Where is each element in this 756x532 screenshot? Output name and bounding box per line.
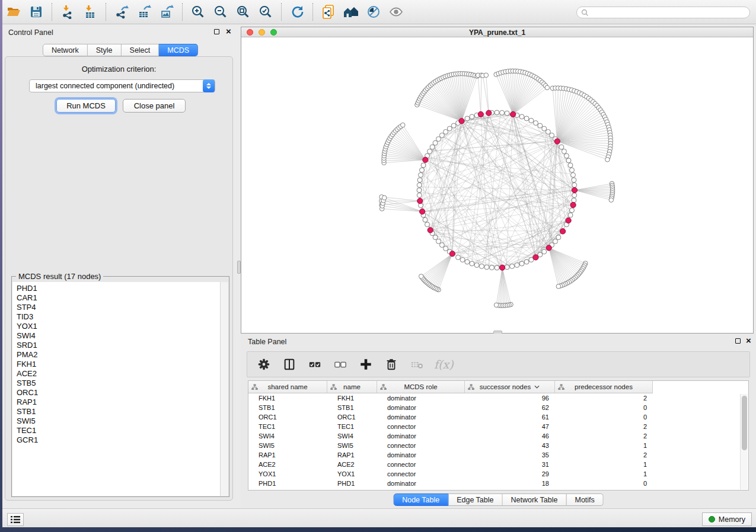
mcds-result-item[interactable]: GCR1 (17, 435, 220, 445)
result-list-scrollbar[interactable] (221, 282, 228, 496)
cell-successor-nodes[interactable]: 35 (465, 450, 555, 460)
hide-selected-button[interactable] (362, 2, 385, 22)
table-row[interactable]: SWI5SWI5connector431 (248, 441, 740, 450)
ring-node[interactable] (505, 265, 509, 270)
mcds-hub-node[interactable] (449, 251, 455, 257)
table-scrollbar-thumb[interactable] (742, 396, 747, 450)
column-header-name[interactable]: name (327, 381, 377, 393)
cell-shared-name[interactable]: RAP1 (248, 450, 327, 460)
table-mode-button[interactable] (256, 355, 272, 373)
table-row[interactable]: FKH1FKH1dominator962 (248, 393, 740, 403)
deselect-all-button[interactable] (332, 355, 349, 373)
ring-node[interactable] (425, 222, 430, 227)
float-table-panel-icon[interactable] (735, 338, 741, 344)
ring-node[interactable] (572, 182, 577, 187)
leaf-node[interactable] (382, 196, 387, 200)
ring-node[interactable] (500, 110, 505, 115)
leaf-node[interactable] (556, 284, 561, 289)
save-session-button[interactable] (25, 2, 47, 22)
panel-list-button[interactable] (7, 513, 24, 526)
mcds-result-item[interactable]: PHD1 (17, 284, 220, 293)
ring-node[interactable] (428, 149, 432, 154)
tab-style[interactable]: Style (88, 44, 122, 56)
ring-node[interactable] (524, 116, 529, 121)
select-all-button[interactable] (307, 355, 323, 373)
cell-successor-nodes[interactable]: 46 (465, 431, 555, 441)
table-row[interactable]: SWI4SWI4dominator462 (248, 431, 740, 441)
ring-node[interactable] (444, 130, 448, 134)
ring-node[interactable] (538, 123, 543, 128)
cell-name[interactable]: SWI5 (327, 441, 377, 450)
cell-mcds-role[interactable]: dominator (377, 431, 465, 441)
mcds-hub-node[interactable] (511, 111, 516, 117)
cell-mcds-role[interactable]: dominator (377, 412, 465, 422)
column-header-successor-nodes[interactable]: successor nodes (465, 381, 555, 393)
leaf-node[interactable] (545, 85, 550, 90)
leaf-node[interactable] (484, 73, 489, 78)
ring-node[interactable] (566, 158, 571, 163)
ring-node[interactable] (556, 235, 561, 240)
ring-node[interactable] (534, 121, 538, 126)
table-row[interactable]: PHD1PHD1dominator180 (248, 479, 740, 488)
cell-predecessor-nodes[interactable]: 2 (555, 431, 653, 441)
mcds-hub-node[interactable] (533, 255, 538, 260)
ring-node[interactable] (444, 246, 448, 251)
export-table-button[interactable] (133, 2, 155, 22)
refresh-view-button[interactable] (286, 2, 308, 22)
show-all-button[interactable] (385, 2, 407, 22)
leaf-node[interactable] (419, 274, 424, 279)
cell-name[interactable]: ACE2 (327, 460, 377, 469)
mcds-hub-node[interactable] (486, 110, 492, 116)
ring-node[interactable] (433, 235, 438, 240)
ring-node[interactable] (417, 182, 422, 187)
ring-node[interactable] (489, 265, 494, 270)
splitter-handle-vertical[interactable] (237, 261, 241, 274)
leaf-node[interactable] (494, 303, 499, 307)
cell-successor-nodes[interactable]: 18 (465, 479, 555, 488)
cell-name[interactable]: FKH1 (327, 393, 377, 403)
cell-predecessor-nodes[interactable]: 0 (555, 403, 653, 412)
mcds-result-item[interactable]: TEC1 (17, 426, 220, 435)
cell-mcds-role[interactable]: connector (377, 469, 465, 479)
ring-node[interactable] (439, 243, 444, 248)
cell-name[interactable]: STB1 (327, 403, 377, 412)
ring-node[interactable] (519, 114, 524, 119)
delete-columns-button[interactable] (383, 355, 400, 373)
cell-predecessor-nodes[interactable]: 2 (555, 393, 653, 403)
cell-successor-nodes[interactable]: 61 (465, 412, 555, 422)
tab-node-table[interactable]: Node Table (393, 493, 448, 506)
mcds-hub-node[interactable] (459, 118, 464, 124)
mcds-result-item[interactable]: PMA2 (17, 350, 220, 360)
import-table-button[interactable] (79, 2, 101, 22)
mcds-result-item[interactable]: SRD1 (17, 341, 220, 350)
cell-shared-name[interactable]: SWI5 (248, 441, 327, 450)
close-table-panel-icon[interactable]: × (746, 335, 751, 346)
ring-node[interactable] (436, 239, 441, 243)
tab-edge-table[interactable]: Edge Table (448, 493, 502, 506)
column-header-predecessor-nodes[interactable]: predecessor nodes (555, 381, 653, 393)
mcds-hub-node[interactable] (500, 265, 505, 270)
cell-shared-name[interactable]: PHD1 (248, 479, 327, 488)
mcds-hub-node[interactable] (420, 209, 425, 214)
mcds-result-item[interactable]: CAR1 (17, 293, 220, 303)
network-graph[interactable] (241, 37, 753, 333)
cell-mcds-role[interactable]: connector (377, 441, 465, 450)
cell-mcds-role[interactable]: connector (377, 460, 465, 469)
table-row[interactable]: YOX1YOX1connector291 (248, 469, 740, 479)
ring-node[interactable] (460, 258, 465, 262)
ring-node[interactable] (421, 163, 426, 168)
cell-shared-name[interactable]: FKH1 (248, 393, 327, 403)
cell-shared-name[interactable]: TEC1 (248, 422, 327, 431)
ring-node[interactable] (550, 133, 554, 137)
mcds-result-item[interactable]: TID3 (17, 312, 220, 322)
ring-node[interactable] (451, 123, 456, 128)
ring-node[interactable] (420, 168, 425, 172)
ring-node[interactable] (474, 263, 479, 268)
cell-name[interactable]: ORC1 (327, 412, 377, 422)
ring-node[interactable] (546, 130, 550, 134)
ring-node[interactable] (470, 114, 474, 119)
cell-shared-name[interactable]: ORC1 (248, 412, 327, 422)
mcds-hub-node[interactable] (546, 245, 551, 251)
table-scrollbar[interactable] (740, 394, 748, 489)
ring-node[interactable] (524, 259, 529, 264)
